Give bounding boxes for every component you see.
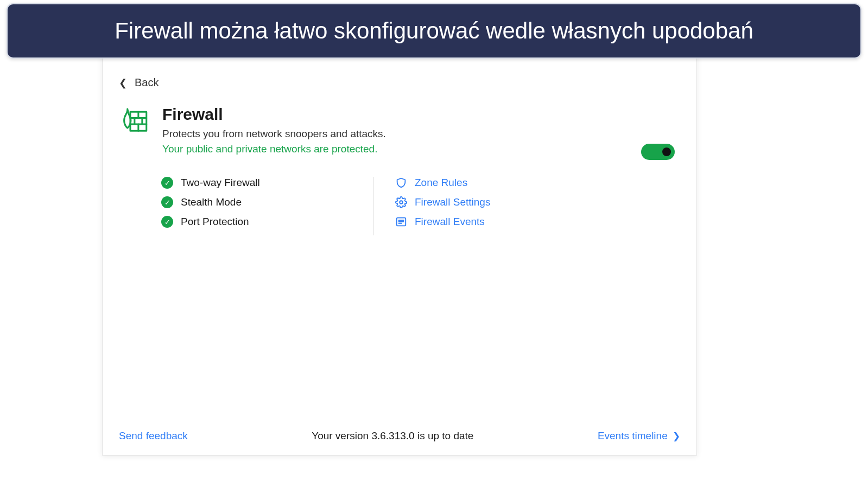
protection-status: Your public and private networks are pro… <box>162 143 386 155</box>
events-timeline-link[interactable]: Events timeline ❯ <box>598 430 680 442</box>
toggle-container <box>641 144 675 160</box>
window-header: ❮ Back Firewall Protects you from networ <box>103 44 696 155</box>
send-feedback-link[interactable]: Send feedback <box>119 430 188 442</box>
link-firewall-settings[interactable]: Firewall Settings <box>395 196 490 208</box>
footer-bar: Send feedback Your version 3.6.313.0 is … <box>103 430 696 455</box>
events-timeline-label: Events timeline <box>598 430 668 441</box>
title-block: Firewall Protects you from network snoop… <box>119 105 680 155</box>
feature-label: Stealth Mode <box>181 196 242 208</box>
check-icon: ✓ <box>161 216 173 228</box>
firewall-toggle[interactable] <box>641 144 675 160</box>
gear-icon <box>395 196 407 208</box>
link-label: Firewall Settings <box>415 196 490 208</box>
back-button[interactable]: ❮ Back <box>119 76 680 89</box>
feature-port-protection: ✓ Port Protection <box>161 216 357 228</box>
caption-text: Firewall można łatwo skonfigurować wedle… <box>115 18 753 43</box>
page-subtitle: Protects you from network snoopers and a… <box>162 128 386 140</box>
check-icon: ✓ <box>161 177 173 189</box>
features-row: ✓ Two-way Firewall ✓ Stealth Mode ✓ Port… <box>103 177 696 235</box>
chevron-right-icon: ❯ <box>673 431 680 441</box>
page-title: Firewall <box>162 105 386 124</box>
link-label: Zone Rules <box>415 177 467 189</box>
link-firewall-events[interactable]: Firewall Events <box>395 216 490 228</box>
caption-banner: Firewall można łatwo skonfigurować wedle… <box>7 3 861 59</box>
firewall-icon <box>119 105 149 136</box>
link-label: Firewall Events <box>415 216 485 228</box>
links-column: Zone Rules Firewall Settings <box>373 177 490 235</box>
shield-icon <box>395 177 407 189</box>
list-icon <box>395 216 407 228</box>
back-label: Back <box>135 76 159 89</box>
feature-label: Two-way Firewall <box>181 177 260 189</box>
link-zone-rules[interactable]: Zone Rules <box>395 177 490 189</box>
version-status: Your version 3.6.313.0 is up to date <box>312 430 473 442</box>
firewall-settings-window: ❮ Back Firewall Protects you from networ <box>102 43 697 456</box>
title-text-block: Firewall Protects you from network snoop… <box>162 105 386 155</box>
toggle-knob <box>662 147 671 156</box>
check-icon: ✓ <box>161 196 173 208</box>
feature-two-way-firewall: ✓ Two-way Firewall <box>161 177 357 189</box>
features-column: ✓ Two-way Firewall ✓ Stealth Mode ✓ Port… <box>161 177 373 235</box>
chevron-left-icon: ❮ <box>119 77 127 89</box>
feature-label: Port Protection <box>181 216 249 228</box>
svg-point-7 <box>400 201 403 204</box>
feature-stealth-mode: ✓ Stealth Mode <box>161 196 357 208</box>
